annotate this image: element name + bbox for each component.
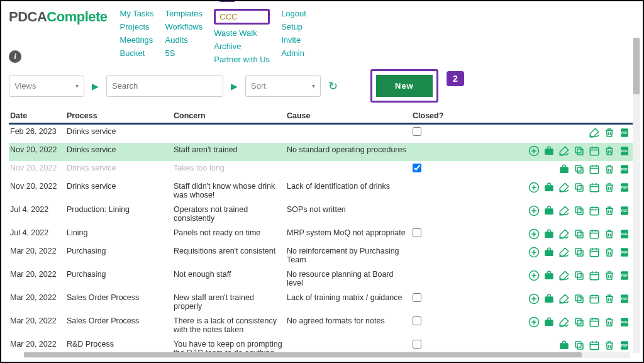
case-icon[interactable] — [557, 164, 570, 176]
closed-checkbox[interactable] — [413, 293, 421, 302]
nav-ccc[interactable]: CCC 1 — [214, 9, 270, 25]
search-input[interactable] — [106, 75, 223, 97]
nav-5s[interactable]: 5S — [165, 48, 203, 58]
plus-icon[interactable] — [527, 205, 540, 218]
pdf-icon[interactable] — [618, 182, 630, 194]
cal-icon[interactable] — [587, 205, 600, 218]
nav-templates[interactable]: Templates — [165, 9, 203, 18]
trash-icon[interactable] — [602, 293, 615, 306]
trash-icon[interactable] — [602, 145, 615, 158]
copy-icon[interactable] — [572, 340, 585, 352]
cal-icon[interactable] — [587, 164, 600, 176]
pdf-icon[interactable] — [618, 293, 630, 306]
case-icon[interactable] — [542, 205, 555, 218]
cal-icon[interactable] — [587, 247, 600, 259]
pdf-icon[interactable] — [618, 247, 630, 259]
edit-icon[interactable] — [557, 247, 570, 259]
nav-projects[interactable]: Projects — [120, 22, 154, 31]
case-icon[interactable] — [542, 247, 555, 259]
closed-checkbox[interactable] — [413, 340, 421, 349]
vertical-scrollbar[interactable] — [633, 38, 640, 353]
views-select[interactable]: Views▾ — [9, 75, 84, 97]
header-date[interactable]: Date — [9, 109, 65, 124]
trash-icon[interactable] — [602, 205, 615, 218]
pdf-icon[interactable] — [618, 127, 630, 140]
copy-icon[interactable] — [572, 270, 585, 282]
trash-icon[interactable] — [602, 316, 615, 329]
case-icon[interactable] — [557, 340, 570, 352]
case-icon[interactable] — [542, 270, 555, 282]
nav-audits[interactable]: Audits — [165, 35, 203, 45]
copy-icon[interactable] — [572, 316, 585, 329]
edit-icon[interactable] — [557, 228, 570, 241]
cal-icon[interactable] — [587, 340, 600, 352]
pdf-icon[interactable] — [618, 228, 630, 241]
plus-icon[interactable] — [527, 293, 540, 306]
header-cause[interactable]: Cause — [286, 109, 411, 124]
nav-archive[interactable]: Archive — [214, 42, 270, 51]
case-icon[interactable] — [542, 145, 555, 158]
pdf-icon[interactable] — [618, 164, 630, 176]
closed-checkbox[interactable] — [413, 228, 421, 237]
header-closed[interactable]: Closed? — [411, 109, 445, 124]
case-icon[interactable] — [542, 293, 555, 306]
nav-invite[interactable]: Invite — [281, 35, 306, 45]
edit-icon[interactable] — [557, 145, 570, 158]
trash-icon[interactable] — [602, 247, 615, 259]
closed-checkbox[interactable] — [413, 316, 421, 325]
cal-icon[interactable] — [587, 270, 600, 282]
copy-icon[interactable] — [572, 247, 585, 259]
edit-icon[interactable] — [557, 316, 570, 329]
copy-icon[interactable] — [572, 293, 585, 306]
nav-partner[interactable]: Partner with Us — [214, 55, 270, 64]
cal-icon[interactable] — [587, 145, 600, 158]
trash-icon[interactable] — [602, 228, 615, 241]
cal-icon[interactable] — [587, 228, 600, 241]
copy-icon[interactable] — [572, 164, 585, 176]
plus-icon[interactable] — [527, 182, 540, 194]
header-concern[interactable]: Concern — [172, 109, 286, 124]
info-icon[interactable]: i — [9, 50, 21, 63]
plus-icon[interactable] — [527, 247, 540, 259]
play-icon[interactable]: ▶ — [92, 81, 99, 91]
pdf-icon[interactable] — [618, 270, 630, 282]
nav-meetings[interactable]: Meetings — [120, 35, 154, 45]
copy-icon[interactable] — [572, 145, 585, 158]
nav-admin[interactable]: Admin — [281, 48, 306, 58]
trash-icon[interactable] — [602, 164, 615, 176]
pdf-icon[interactable] — [618, 340, 630, 352]
plus-icon[interactable] — [527, 228, 540, 241]
nav-waste-walk[interactable]: Waste Walk — [214, 28, 270, 38]
horizontal-scrollbar[interactable] — [24, 352, 630, 358]
case-icon[interactable] — [542, 182, 555, 194]
new-button[interactable]: New — [376, 75, 433, 97]
nav-setup[interactable]: Setup — [281, 22, 306, 31]
nav-workflows[interactable]: Workflows — [165, 22, 203, 31]
plus-icon[interactable] — [527, 316, 540, 329]
pdf-icon[interactable] — [618, 316, 630, 329]
cal-icon[interactable] — [587, 316, 600, 329]
nav-logout[interactable]: Logout — [281, 9, 306, 18]
edit-icon[interactable] — [557, 205, 570, 218]
header-process[interactable]: Process — [65, 109, 172, 124]
edit-icon[interactable] — [587, 127, 600, 140]
trash-icon[interactable] — [602, 182, 615, 194]
cal-icon[interactable] — [587, 293, 600, 306]
cal-icon[interactable] — [587, 182, 600, 194]
case-icon[interactable] — [542, 228, 555, 241]
edit-icon[interactable] — [557, 270, 570, 282]
closed-checkbox[interactable] — [413, 164, 421, 172]
edit-icon[interactable] — [557, 182, 570, 194]
case-icon[interactable] — [542, 316, 555, 329]
closed-checkbox[interactable] — [413, 127, 421, 136]
copy-icon[interactable] — [572, 228, 585, 241]
pdf-icon[interactable] — [618, 145, 630, 158]
sort-select[interactable]: Sort▾ — [245, 75, 321, 97]
nav-bucket[interactable]: Bucket — [120, 48, 154, 58]
trash-icon[interactable] — [602, 340, 615, 352]
pdf-icon[interactable] — [618, 205, 630, 218]
plus-icon[interactable] — [527, 270, 540, 282]
refresh-icon[interactable]: ↻ — [328, 79, 338, 93]
plus-icon[interactable] — [527, 145, 540, 158]
play-icon-2[interactable]: ▶ — [231, 81, 238, 91]
